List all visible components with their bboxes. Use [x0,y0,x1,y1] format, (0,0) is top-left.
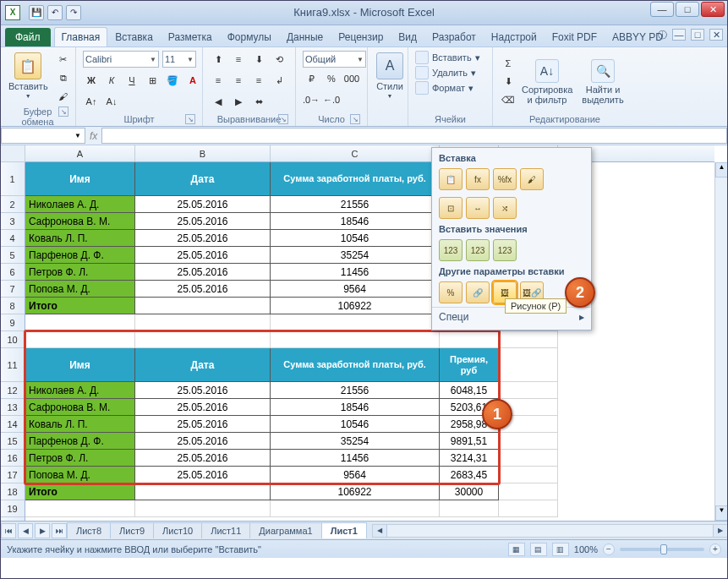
cell[interactable]: Парфенов Д. Ф. [25,247,135,264]
row-header[interactable]: 18 [0,483,25,500]
cell[interactable]: Итого [25,298,135,314]
zoom-slider[interactable] [620,548,704,551]
row-header[interactable]: 19 [0,500,25,517]
paste-formatting-icon[interactable]: % [439,281,463,303]
cell[interactable] [135,331,271,348]
clipboard-dialog-launcher[interactable]: ↘ [58,107,68,117]
cell[interactable]: Коваль Л. П. [25,416,135,433]
page-break-view-icon[interactable]: ▥ [552,543,569,556]
cell[interactable]: Петров Ф. Л. [25,264,135,281]
row-headers[interactable]: 12345678910111213141516171819 [0,162,25,521]
cell[interactable]: 10546 [271,416,440,433]
horizontal-scrollbar[interactable] [372,524,728,538]
cell[interactable] [135,500,271,517]
increase-decimal-icon[interactable]: .0→ [303,91,320,108]
cell[interactable] [25,500,135,517]
cell[interactable] [271,331,440,348]
cell[interactable]: 21556 [271,382,440,399]
cell[interactable]: 9564 [271,467,440,483]
format-cells-button[interactable]: Формат ▾ [415,81,480,95]
font-size-combo[interactable]: 11▼ [162,51,196,68]
paste-column-width-icon[interactable]: ↔ [466,197,490,219]
cell[interactable] [499,450,558,467]
find-select-button[interactable]: 🔍 Найти и выделить [577,59,628,105]
align-right-icon[interactable]: ≡ [250,72,267,89]
paste-button[interactable]: 📋 Вставить ▼ [7,51,50,101]
save-icon[interactable]: 💾 [29,5,44,20]
paste-all-icon[interactable]: 📋 [439,168,463,190]
cell[interactable]: Сафронова В. М. [25,213,135,230]
cell[interactable]: Итого [25,483,135,500]
fill-icon[interactable]: ⬇ [500,74,517,90]
normal-view-icon[interactable]: ▦ [508,543,525,556]
name-box[interactable]: ▼ [1,128,85,144]
sheet-tab[interactable]: Лист1 [321,522,367,538]
doc-minimize-button[interactable]: — [672,29,686,41]
fx-button[interactable]: fx [86,127,101,145]
cell[interactable]: Дата [135,162,271,196]
row-header[interactable]: 17 [0,467,25,483]
cell[interactable]: 106922 [271,298,440,314]
border-icon[interactable]: ⊞ [144,72,161,89]
cell[interactable] [499,467,558,483]
sheet-tab[interactable]: Лист11 [201,522,250,538]
fill-color-icon[interactable]: 🪣 [164,72,181,89]
italic-icon[interactable]: К [103,72,120,89]
cell[interactable]: 18546 [271,213,440,230]
cell[interactable]: 25.05.2016 [135,467,271,483]
cell[interactable]: Сафронова В. М. [25,399,135,416]
cell[interactable]: 106922 [271,483,440,500]
cell[interactable]: 25.05.2016 [135,196,271,213]
increase-indent-icon[interactable]: ▶ [230,93,247,110]
column-headers[interactable]: ABCDE [25,145,714,162]
underline-icon[interactable]: Ч [123,72,140,89]
cell[interactable]: Коваль Л. П. [25,230,135,247]
cell[interactable] [499,483,558,500]
bold-icon[interactable]: Ж [83,72,100,89]
cell[interactable] [499,433,558,450]
align-bottom-icon[interactable]: ⬇ [250,51,267,68]
currency-icon[interactable]: ₽ [303,70,320,87]
column-header[interactable]: B [135,145,271,161]
ribbon-tab-вид[interactable]: Вид [391,27,424,46]
ribbon-tab-разработ[interactable]: Разработ [424,27,484,46]
copy-icon[interactable]: ⧉ [55,69,72,86]
ribbon-tab-вставка[interactable]: Вставка [107,27,161,46]
styles-button[interactable]: A Стили ▼ [375,51,405,101]
cell[interactable]: 21556 [271,196,440,213]
font-dialog-launcher[interactable]: ↘ [185,114,195,124]
row-header[interactable]: 2 [0,196,25,213]
align-middle-icon[interactable]: ≡ [230,51,247,68]
delete-cells-button[interactable]: Удалить ▾ [415,66,480,79]
font-name-combo[interactable]: Calibri▼ [83,51,159,68]
row-header[interactable]: 13 [0,399,25,416]
wrap-text-icon[interactable]: ↲ [271,72,287,89]
row-header[interactable]: 12 [0,382,25,399]
cell[interactable]: Сумма заработной платы, руб. [271,162,440,196]
cell[interactable]: 25.05.2016 [135,213,271,230]
paste-keep-source-icon[interactable]: 🖌 [520,168,544,190]
align-top-icon[interactable]: ⬆ [210,51,227,68]
decrease-decimal-icon[interactable]: ←.0 [323,91,340,108]
cell[interactable]: 9891,51 [440,433,499,450]
cell[interactable]: Сумма заработной платы, руб. [271,348,440,382]
merge-icon[interactable]: ⬌ [250,93,267,110]
cells-grid[interactable]: ИмяДатаСумма заработной платы, руб.Никол… [25,162,714,521]
ribbon-tab-рецензир[interactable]: Рецензир [331,27,391,46]
orientation-icon[interactable]: ⟲ [271,51,287,68]
cell[interactable]: 10546 [271,230,440,247]
alignment-dialog-launcher[interactable]: ↘ [278,114,288,124]
cell[interactable]: 35254 [271,433,440,450]
autosum-icon[interactable]: Σ [500,55,517,72]
row-header[interactable]: 8 [0,298,25,314]
ribbon-tab-данные[interactable]: Данные [279,27,331,46]
cell[interactable]: 11456 [271,264,440,281]
number-dialog-launcher[interactable]: ↘ [350,114,360,124]
paste-values-number-icon[interactable]: 123 [466,239,490,261]
sheet-tab[interactable]: Лист9 [110,522,154,538]
cell[interactable]: 18546 [271,399,440,416]
zoom-level[interactable]: 100% [574,544,598,554]
tab-nav-next-icon[interactable]: ▶ [35,523,50,538]
ribbon-tab-главная[interactable]: Главная [54,27,108,46]
number-format-combo[interactable]: Общий▼ [303,51,366,68]
